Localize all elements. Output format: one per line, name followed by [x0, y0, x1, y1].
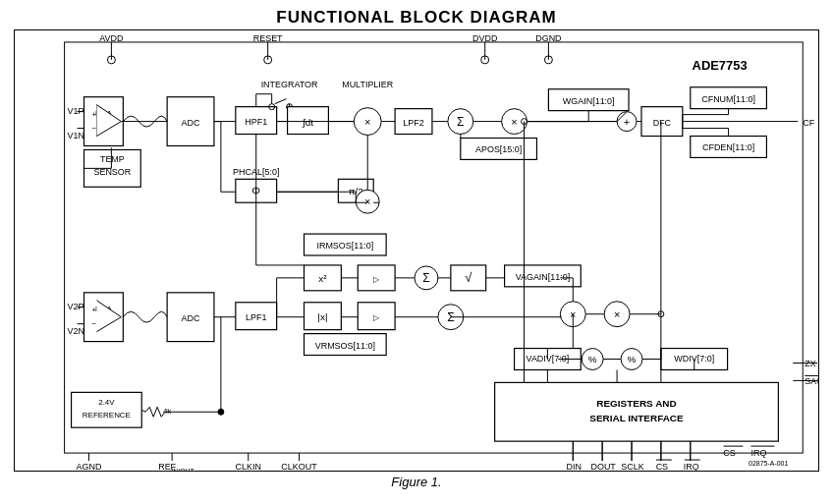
- svg-text:4k: 4k: [163, 407, 171, 416]
- svg-text:CLKOUT: CLKOUT: [281, 462, 317, 471]
- svg-text:IRMSOS[11:0]: IRMSOS[11:0]: [316, 241, 373, 251]
- svg-text:×: ×: [614, 308, 620, 320]
- svg-text:IRQ: IRQ: [684, 462, 699, 471]
- svg-text:AGND: AGND: [77, 462, 102, 471]
- svg-point-174: [218, 409, 224, 415]
- svg-text:%: %: [628, 354, 637, 364]
- svg-text:Σ: Σ: [422, 271, 429, 285]
- svg-text:APOS[15:0]: APOS[15:0]: [475, 144, 522, 154]
- svg-text:V1N: V1N: [68, 131, 84, 140]
- svg-text:+: +: [624, 116, 630, 128]
- svg-text:%: %: [588, 354, 597, 364]
- svg-text:LPF1: LPF1: [246, 312, 266, 322]
- svg-text:+: +: [91, 306, 96, 314]
- svg-text:CFDEN[11:0]: CFDEN[11:0]: [702, 142, 754, 152]
- svg-text:×: ×: [364, 116, 370, 128]
- svg-text:IRQ: IRQ: [750, 448, 766, 458]
- svg-text:HPF1: HPF1: [245, 117, 267, 127]
- svg-text:−: −: [91, 319, 96, 328]
- svg-text:DGND: DGND: [535, 33, 562, 43]
- svg-text:SERIAL INTERFACE: SERIAL INTERFACE: [589, 413, 684, 423]
- svg-text:V2N: V2N: [68, 326, 84, 336]
- svg-text:x²: x²: [318, 273, 327, 284]
- svg-text:CS: CS: [723, 448, 735, 458]
- svg-text:CLKIN: CLKIN: [236, 462, 261, 471]
- svg-text:DVDD: DVDD: [472, 33, 498, 43]
- svg-text:ADE7753: ADE7753: [693, 58, 748, 73]
- svg-text:IN/OUT: IN/OUT: [171, 468, 194, 471]
- svg-text:VRMSOS[11:0]: VRMSOS[11:0]: [315, 341, 375, 351]
- svg-text:CF: CF: [803, 118, 814, 128]
- svg-text:DOUT: DOUT: [590, 462, 616, 471]
- svg-text:DFC: DFC: [653, 118, 672, 128]
- svg-text:TEMP: TEMP: [100, 154, 125, 164]
- svg-text:SCLK: SCLK: [621, 462, 643, 471]
- svg-text:02875-A-001: 02875-A-001: [749, 460, 788, 467]
- svg-text:−: −: [91, 124, 96, 133]
- svg-text:CS: CS: [656, 462, 668, 471]
- svg-text:|x|: |x|: [317, 311, 327, 322]
- svg-text:MULTIPLIER: MULTIPLIER: [342, 80, 394, 89]
- svg-text:2.4V: 2.4V: [98, 398, 115, 407]
- svg-text:RESET: RESET: [253, 33, 283, 43]
- svg-text:▷: ▷: [373, 313, 380, 322]
- svg-text:ZX: ZX: [805, 359, 815, 368]
- svg-text:Σ: Σ: [457, 115, 464, 129]
- diagram-container: text { font-family: Arial, sans-serif; f…: [14, 29, 819, 472]
- svg-text:ADC: ADC: [182, 118, 200, 128]
- svg-text:×: ×: [364, 196, 370, 207]
- svg-text:WGAIN[11:0]: WGAIN[11:0]: [563, 96, 615, 106]
- svg-text:CFNUM[11:0]: CFNUM[11:0]: [701, 94, 755, 104]
- svg-text:▷: ▷: [373, 275, 380, 284]
- svg-text:AVDD: AVDD: [99, 33, 124, 43]
- svg-text:ADC: ADC: [182, 313, 200, 323]
- svg-text:INTEGRATOR: INTEGRATOR: [261, 80, 318, 89]
- page-title: FUNCTIONAL BLOCK DIAGRAM: [276, 8, 556, 28]
- svg-text:V1P: V1P: [68, 106, 84, 116]
- svg-text:V2P: V2P: [68, 302, 84, 311]
- svg-text:REFERENCE: REFERENCE: [83, 411, 131, 420]
- svg-text:LPF2: LPF2: [403, 118, 423, 128]
- svg-text:DIN: DIN: [567, 462, 582, 471]
- svg-text:VAGAIN[11:0]: VAGAIN[11:0]: [516, 272, 571, 282]
- svg-text:SAG: SAG: [805, 376, 818, 386]
- svg-text:REGISTERS AND: REGISTERS AND: [596, 398, 676, 409]
- svg-text:×: ×: [511, 116, 517, 128]
- svg-text:√: √: [465, 270, 472, 285]
- figure-caption: Figure 1.: [391, 475, 441, 489]
- svg-text:+: +: [91, 110, 96, 119]
